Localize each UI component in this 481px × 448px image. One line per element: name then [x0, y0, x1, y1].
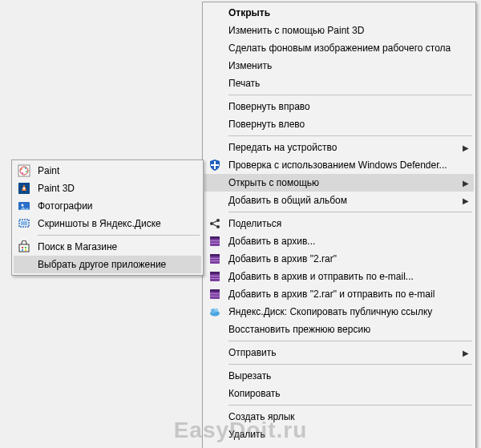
svg-point-33: [22, 204, 24, 207]
menu-item-label: Проверка с использованием Windows Defend…: [228, 159, 469, 171]
menu-item-label: Отправить: [228, 347, 445, 358]
menu-item-label: Повернуть вправо: [228, 101, 469, 112]
menu-item-label: Восстановить прежнюю версию: [228, 324, 469, 335]
menu-item[interactable]: Добавить в архив "2.rar": [204, 250, 474, 268]
menu-item[interactable]: Передать на устройство▶: [204, 139, 474, 156]
menu-item[interactable]: Копировать: [204, 385, 474, 402]
svg-rect-10: [210, 254, 220, 256]
menu-item[interactable]: Печать: [204, 75, 474, 92]
menu-item[interactable]: Восстановить прежнюю версию: [204, 321, 474, 338]
menu-item[interactable]: Скриншоты в Яндекс.Диске: [14, 215, 201, 232]
svg-rect-16: [210, 278, 220, 279]
blank-icon: [208, 176, 222, 190]
svg-rect-40: [25, 249, 26, 251]
blank-icon: [208, 117, 222, 131]
svg-point-23: [215, 309, 218, 312]
menu-separator: [228, 341, 472, 341]
blank-icon: [208, 140, 222, 155]
submenu-arrow-icon: ▶: [461, 143, 469, 152]
menu-item[interactable]: Яндекс.Диск: Скопировать публичную ссылк…: [204, 303, 474, 321]
menu-item[interactable]: Добавить в архив и отправить по e-mail..…: [204, 268, 474, 285]
menu-item-label: Открыть с помощью: [228, 177, 445, 188]
blank-icon: [208, 193, 222, 208]
menu-item[interactable]: Переименовать: [204, 443, 474, 448]
menu-item[interactable]: Сделать фоновым изображением рабочего ст…: [204, 39, 474, 57]
menu-item[interactable]: Открыть с помощью▶: [204, 174, 474, 192]
menu-item-label: Сделать фоновым изображением рабочего ст…: [228, 42, 469, 54]
menu-item-label: Фотографии: [38, 200, 196, 212]
menu-item-label: Удалить: [228, 429, 469, 440]
menu-item[interactable]: Изменить: [204, 57, 474, 75]
menu-item[interactable]: Повернуть вправо: [204, 98, 474, 115]
svg-rect-11: [210, 258, 220, 259]
menu-item-label: Скриншоты в Яндекс.Диске: [38, 218, 196, 229]
menu-item[interactable]: Открыть: [204, 4, 474, 22]
svg-rect-36: [19, 244, 29, 252]
svg-point-28: [26, 171, 27, 172]
blank-icon: [208, 76, 222, 91]
svg-rect-15: [210, 276, 220, 276]
blank-icon: [208, 99, 222, 114]
menu-item-label: Изменить с помощью Paint 3D: [228, 25, 469, 36]
blank-icon: [208, 386, 222, 401]
svg-rect-8: [210, 243, 220, 244]
blank-icon: [208, 369, 222, 383]
menu-item[interactable]: Выбрать другое приложение: [14, 256, 201, 273]
svg-rect-19: [210, 293, 220, 294]
blank-icon: [208, 322, 222, 337]
menu-item-label: Копировать: [228, 388, 469, 399]
menu-item-label: Повернуть влево: [228, 119, 469, 130]
menu-separator: [38, 235, 200, 236]
menu-item-label: Яндекс.Диск: Скопировать публичную ссылк…: [228, 306, 469, 317]
share-icon: [208, 216, 222, 231]
menu-item-label: Передать на устройство: [228, 142, 445, 153]
context-menu-main: ОткрытьИзменить с помощью Paint 3DСделат…: [202, 2, 476, 448]
blank-icon: [208, 41, 222, 55]
menu-item[interactable]: Добавить в общий альбом▶: [204, 192, 474, 209]
svg-point-31: [23, 188, 26, 190]
menu-item[interactable]: Paint 3D: [14, 180, 201, 197]
svg-rect-39: [22, 249, 23, 251]
screenshot-icon: [17, 216, 31, 231]
menu-item[interactable]: Отправить▶: [204, 344, 474, 361]
menu-separator: [228, 95, 472, 95]
menu-separator: [228, 135, 472, 136]
menu-item-label: Добавить в архив и отправить по e-mail..…: [228, 271, 469, 282]
menu-item[interactable]: Проверка с использованием Windows Defend…: [204, 156, 474, 174]
blank-icon: [208, 59, 222, 73]
svg-rect-37: [22, 247, 23, 248]
menu-item[interactable]: Добавить в архив...: [204, 232, 474, 250]
menu-item[interactable]: Поиск в Магазине: [14, 238, 201, 256]
menu-separator: [228, 212, 472, 212]
menu-item-label: Выбрать другое приложение: [38, 259, 196, 270]
menu-item[interactable]: Поделиться: [204, 215, 474, 232]
svg-rect-20: [210, 296, 220, 297]
rar-icon: [208, 252, 222, 266]
svg-point-29: [22, 172, 23, 174]
menu-item-label: Paint: [38, 165, 196, 176]
menu-item[interactable]: Фотографии: [14, 197, 201, 215]
submenu-arrow-icon: ▶: [461, 179, 469, 188]
menu-item-label: Paint 3D: [38, 183, 196, 194]
blank-icon: [208, 410, 222, 424]
menu-item[interactable]: Создать ярлык: [204, 408, 474, 426]
svg-rect-35: [21, 221, 27, 225]
blank-icon: [208, 445, 222, 448]
menu-item-label: Поиск в Магазине: [38, 241, 196, 252]
blank-icon: [208, 427, 222, 442]
menu-item[interactable]: Изменить с помощью Paint 3D: [204, 22, 474, 39]
rar-icon: [208, 234, 222, 248]
menu-item[interactable]: Удалить: [204, 426, 474, 443]
context-menu-openwith: PaintPaint 3DФотографииСкриншоты в Яндек…: [11, 159, 204, 276]
svg-rect-6: [210, 236, 220, 239]
svg-rect-14: [210, 272, 220, 274]
menu-item[interactable]: Повернуть влево: [204, 115, 474, 133]
paint-icon: [17, 163, 31, 178]
blank-icon: [208, 23, 222, 38]
menu-item[interactable]: Добавить в архив "2.rar" и отправить по …: [204, 285, 474, 303]
menu-separator: [228, 405, 472, 406]
paint3d-icon: [17, 181, 31, 196]
menu-item[interactable]: Вырезать: [204, 367, 474, 385]
menu-item[interactable]: Paint: [14, 162, 201, 180]
svg-rect-1: [211, 164, 219, 166]
